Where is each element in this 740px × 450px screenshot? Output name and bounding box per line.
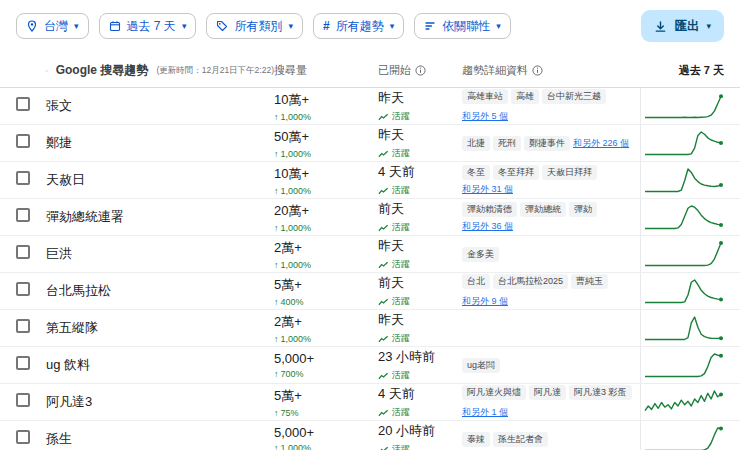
search-volume: 2萬+ <box>274 239 378 257</box>
started-value: 前天 <box>378 274 462 292</box>
related-query-chip[interactable]: 高雄 <box>511 89 539 104</box>
related-query-chip[interactable]: 冬至 <box>462 165 490 180</box>
active-badge: 活躍 <box>378 369 462 382</box>
trending-up-icon <box>378 113 389 121</box>
table-row[interactable]: 彈劾總統連署 20萬+ ↑ 1,000% 前天 活躍 彈劾賴清德彈劾總統彈劾和另… <box>0 199 740 236</box>
search-volume: 10萬+ <box>274 165 378 183</box>
trend-details: 泰辣孫生記者會 <box>462 432 640 447</box>
filter-chip-label: 台灣 <box>44 18 68 35</box>
row-checkbox[interactable] <box>16 356 30 370</box>
more-trends-link[interactable]: 和另外 1 個 <box>462 406 508 419</box>
row-checkbox[interactable] <box>16 319 30 333</box>
table-row[interactable]: 張文 10萬+ ↑ 1,000% 昨天 活躍 高雄車站高雄台中新光三越和另外 5… <box>0 88 740 125</box>
info-icon[interactable] <box>415 65 426 76</box>
volume-change-value: 75% <box>281 408 299 418</box>
filter-chip-trend-type[interactable]: # 所有趨勢 ▾ <box>313 13 404 39</box>
active-badge: 活躍 <box>378 295 462 308</box>
related-query-chip[interactable]: 彈劾賴清德 <box>462 202 517 217</box>
row-checkbox[interactable] <box>16 97 30 111</box>
filter-chip-region[interactable]: 台灣 ▾ <box>16 13 89 39</box>
filter-chip-timerange[interactable]: 過去 7 天 ▾ <box>99 13 197 39</box>
table-row[interactable]: ug 飲料 5,000+ ↑ 700% 23 小時前 活躍 ug老闆 <box>0 347 740 384</box>
up-arrow-icon: ↑ <box>274 369 279 379</box>
row-checkbox[interactable] <box>16 282 30 296</box>
started-value: 前天 <box>378 200 462 218</box>
filter-chip-sort[interactable]: 依關聯性 ▾ <box>414 13 511 39</box>
related-query-chip[interactable]: 台中新光三越 <box>542 89 606 104</box>
chevron-down-icon: ▾ <box>706 22 711 31</box>
sparkline <box>642 164 724 196</box>
related-query-chip[interactable]: 死刑 <box>493 136 521 151</box>
table-row[interactable]: 孫生 5,000+ ↑ 1,000% 20 小時前 活躍 泰辣孫生記者會 <box>0 421 740 450</box>
search-volume: 2萬+ <box>274 313 378 331</box>
table-row[interactable]: 第五縱隊 2萬+ ↑ 1,000% 昨天 活躍 <box>0 310 740 347</box>
more-trends-link[interactable]: 和另外 31 個 <box>462 183 513 196</box>
more-trends-link[interactable]: 和另外 5 個 <box>462 110 508 123</box>
table-row[interactable]: 鄭捷 50萬+ ↑ 1,000% 昨天 活躍 北捷死刑鄭捷事件和另外 226 個 <box>0 125 740 162</box>
active-badge-label: 活躍 <box>392 295 410 308</box>
table-updated-time: (更新時間：12月21日下午2:22) <box>156 65 274 77</box>
table-row[interactable]: 台北馬拉松 5萬+ ↑ 400% 前天 活躍 台北台北馬拉松2025曹純玉和另外… <box>0 273 740 310</box>
related-query-chip[interactable]: 阿凡達 <box>529 385 566 400</box>
related-query-chip[interactable]: 冬至拜拜 <box>493 165 539 180</box>
search-volume: 5萬+ <box>274 387 378 405</box>
related-query-chip[interactable]: 天赦日拜拜 <box>542 165 597 180</box>
trending-up-icon <box>378 298 389 306</box>
more-trends-link[interactable]: 和另外 9 個 <box>462 295 508 308</box>
related-query-chip[interactable]: 彈劾 <box>569 202 597 217</box>
related-query-chip[interactable]: 曹純玉 <box>571 274 608 289</box>
related-query-chip[interactable]: 北捷 <box>462 136 490 151</box>
row-checkbox[interactable] <box>16 208 30 222</box>
trend-name: 阿凡達3 <box>46 393 274 411</box>
search-volume: 10萬+ <box>274 91 378 109</box>
related-query-chip[interactable]: 孫生記者會 <box>493 432 548 447</box>
related-query-chip[interactable]: 鄭捷事件 <box>524 136 570 151</box>
export-button[interactable]: 匯出 ▾ <box>641 10 724 42</box>
trend-name: 張文 <box>46 97 274 115</box>
trend-name: ug 飲料 <box>46 356 274 374</box>
table-row[interactable]: 天赦日 10萬+ ↑ 1,000% 4 天前 活躍 冬至冬至拜拜天赦日拜拜和另外… <box>0 162 740 199</box>
row-checkbox[interactable] <box>16 134 30 148</box>
more-trends-link[interactable]: 和另外 226 個 <box>573 137 629 150</box>
trending-up-icon <box>378 224 389 232</box>
hash-icon: # <box>323 19 330 33</box>
more-trends-link[interactable]: 和另外 36 個 <box>462 220 513 233</box>
trend-name: 天赦日 <box>46 171 274 189</box>
related-query-chip[interactable]: 阿凡達火與燼 <box>462 385 526 400</box>
table-row[interactable]: 阿凡達3 5萬+ ↑ 75% 4 天前 活躍 阿凡達火與燼阿凡達阿凡達3 彩蛋和… <box>0 384 740 421</box>
search-volume: 5萬+ <box>274 276 378 294</box>
related-query-chip[interactable]: 金多美 <box>462 247 499 262</box>
related-query-chip[interactable]: 高雄車站 <box>462 89 508 104</box>
related-query-chip[interactable]: 泰辣 <box>462 432 490 447</box>
trend-details: 彈劾賴清德彈劾總統彈劾和另外 36 個 <box>462 202 640 233</box>
row-checkbox[interactable] <box>16 430 30 444</box>
row-checkbox[interactable] <box>16 393 30 407</box>
trend-name: 台北馬拉松 <box>46 282 274 300</box>
filter-chip-category[interactable]: 所有類別 ▾ <box>206 13 303 39</box>
related-query-chip[interactable]: 台北馬拉松2025 <box>493 274 568 289</box>
active-badge: 活躍 <box>378 184 462 197</box>
related-query-chip[interactable]: 台北 <box>462 274 490 289</box>
related-query-chip[interactable]: 彈劾總統 <box>520 202 566 217</box>
search-volume: 20萬+ <box>274 202 378 220</box>
active-badge-label: 活躍 <box>392 406 410 419</box>
volume-change-value: 1,000% <box>281 112 312 122</box>
table-row[interactable]: 巨洪 2萬+ ↑ 1,000% 昨天 活躍 金多美 <box>0 236 740 273</box>
trending-up-icon <box>378 409 389 417</box>
started-value: 昨天 <box>378 311 462 329</box>
volume-change: ↑ 1,000% <box>274 186 378 196</box>
info-icon[interactable] <box>532 65 543 76</box>
download-icon <box>654 20 667 33</box>
sparkline <box>642 90 724 122</box>
related-query-chip[interactable]: ug老闆 <box>462 358 500 373</box>
trend-details: 北捷死刑鄭捷事件和另外 226 個 <box>462 136 640 151</box>
row-checkbox[interactable] <box>16 171 30 185</box>
active-badge-label: 活躍 <box>392 221 410 234</box>
up-arrow-icon: ↑ <box>274 186 279 196</box>
active-badge-label: 活躍 <box>392 147 410 160</box>
related-query-chip[interactable]: 阿凡達3 彩蛋 <box>569 385 632 400</box>
row-checkbox[interactable] <box>16 245 30 259</box>
sort-icon <box>424 20 436 32</box>
search-volume: 5,000+ <box>274 351 378 366</box>
column-header-started: 已開始 <box>378 63 462 78</box>
